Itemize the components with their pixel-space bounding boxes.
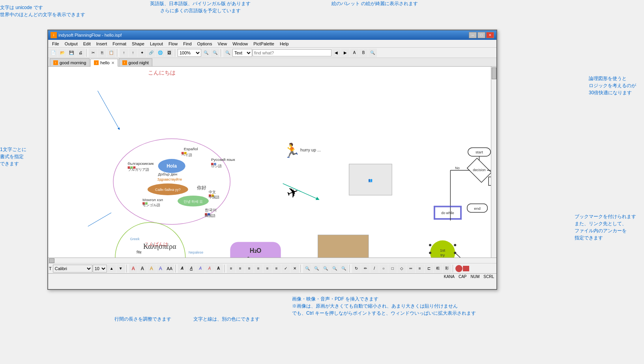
h-scrollbar[interactable]: [48, 258, 496, 263]
menu-flow[interactable]: Flow: [166, 41, 180, 47]
rotate-btn[interactable]: ↻: [352, 264, 361, 273]
svg-text:モンゴル語: モンゴル語: [142, 203, 160, 207]
tab-good-night[interactable]: i good night: [119, 58, 152, 66]
align-right[interactable]: ≡: [245, 264, 254, 273]
paste-button[interactable]: 📋: [107, 49, 116, 57]
color-rect[interactable]: [463, 266, 469, 271]
tab-close-hello[interactable]: ✕: [111, 61, 114, 65]
zoom-btn4[interactable]: 🔍: [330, 264, 339, 273]
svg-text:do while: do while: [441, 211, 454, 215]
indent3[interactable]: ≡: [272, 264, 281, 273]
italic-A3[interactable]: A: [196, 264, 205, 273]
italic-A1[interactable]: A: [178, 264, 187, 273]
link-btn[interactable]: 🔗: [147, 49, 155, 57]
svg-text:1st: 1st: [440, 248, 445, 252]
find-opt1[interactable]: A: [350, 49, 359, 57]
print-button[interactable]: 🖨: [76, 49, 85, 57]
menu-edit[interactable]: Edit: [81, 41, 93, 47]
open-button[interactable]: 📂: [58, 49, 67, 57]
svg-line-103: [88, 213, 111, 226]
size-down[interactable]: ▼: [116, 264, 125, 273]
bold-A4[interactable]: A: [156, 264, 165, 273]
menu-format[interactable]: Format: [110, 41, 129, 47]
svg-text:2¹⁰ = 1024: 2¹⁰ = 1024: [242, 256, 270, 258]
zoom-btn2[interactable]: 🔍: [312, 264, 321, 273]
align-center[interactable]: ≡: [236, 264, 245, 273]
size-up[interactable]: ▲: [107, 264, 116, 273]
bookmark-annotation: ブックマークを付けられます また、リンク先として、 ファイル内のアンカーを 指定…: [575, 213, 636, 241]
font-selector[interactable]: Calibri: [53, 265, 92, 273]
color-red[interactable]: [455, 265, 462, 272]
menu-pictpalette[interactable]: PictPalette: [251, 41, 277, 47]
indent1[interactable]: ≡: [254, 264, 263, 273]
arrow-btn1[interactable]: ↑: [120, 49, 128, 57]
diamond-btn[interactable]: ◇: [397, 264, 406, 273]
search-icon[interactable]: 🔍: [223, 49, 232, 57]
flow-btn[interactable]: ⊏: [425, 264, 433, 273]
save-button[interactable]: 💾: [67, 49, 76, 57]
menu-find[interactable]: Find: [181, 41, 194, 47]
mode-combo[interactable]: Text: [232, 49, 252, 57]
menu-insert[interactable]: Insert: [94, 41, 110, 47]
minimize-button[interactable]: ─: [469, 32, 477, 38]
btsep6: [453, 265, 454, 273]
check1[interactable]: ✓: [281, 264, 290, 273]
close-button[interactable]: ✕: [486, 32, 494, 38]
menu-view[interactable]: View: [215, 41, 230, 47]
find-prev[interactable]: ◀: [332, 49, 341, 57]
tline-btn[interactable]: ≡: [416, 264, 424, 273]
special-btn1[interactable]: 粗: [434, 264, 442, 273]
menu-window[interactable]: Window: [230, 41, 250, 47]
sep4: [221, 49, 222, 57]
canvas[interactable]: こんにちは Español ペイ語 Русский язык ロシ語 бълга…: [48, 67, 496, 258]
pen-btn[interactable]: ✏: [361, 264, 370, 273]
tab-good-morning[interactable]: i good morning: [50, 58, 90, 66]
find-opt3[interactable]: 🔍: [368, 49, 377, 57]
menu-shape[interactable]: Shape: [129, 41, 147, 47]
menu-output[interactable]: Output: [62, 41, 80, 47]
bold-A5[interactable]: AA: [165, 264, 174, 273]
special-btn2[interactable]: 彩: [443, 264, 451, 273]
bold-A1[interactable]: A: [129, 264, 138, 273]
menu-help[interactable]: Help: [277, 41, 291, 47]
copy-button[interactable]: ⎘: [98, 49, 107, 57]
find-input[interactable]: [253, 49, 331, 56]
italic-A2[interactable]: A: [187, 264, 196, 273]
arrow-btn2[interactable]: ↑: [129, 49, 137, 57]
italic-A5[interactable]: A: [214, 264, 223, 273]
star-btn[interactable]: ✦: [138, 49, 146, 57]
zoom-combo[interactable]: 100% 75% 150%: [178, 49, 201, 57]
rect-btn[interactable]: □: [388, 264, 397, 273]
svg-text:こんにちは: こんにちは: [148, 69, 176, 76]
zoom-btn1[interactable]: 🔍: [303, 264, 312, 273]
find-next[interactable]: ▶: [341, 49, 350, 57]
svg-text:decision: decision: [473, 168, 486, 172]
menu-file[interactable]: File: [50, 41, 62, 47]
size-selector[interactable]: 10: [93, 265, 107, 273]
img-btn[interactable]: 🖼: [165, 49, 174, 57]
globe-btn[interactable]: 🌐: [156, 49, 165, 57]
bold-A3[interactable]: A: [147, 264, 156, 273]
zoom-in[interactable]: 🔍: [202, 49, 210, 57]
tab-icon-2: i: [94, 60, 99, 65]
find-opt2[interactable]: B: [359, 49, 368, 57]
dline-btn[interactable]: ═: [406, 264, 415, 273]
menu-layout[interactable]: Layout: [148, 41, 165, 47]
tab-hello[interactable]: i hello ✕: [90, 59, 118, 67]
zoom-btn5[interactable]: 🔍: [339, 264, 348, 273]
zoom-btn3[interactable]: 🔍: [321, 264, 330, 273]
new-button[interactable]: 📄: [49, 49, 58, 57]
indent2[interactable]: ≡: [263, 264, 272, 273]
zoom-out[interactable]: 🔍: [211, 49, 219, 57]
menu-options[interactable]: Options: [195, 41, 215, 47]
v-scrollbar[interactable]: [491, 67, 496, 258]
circle-btn[interactable]: ○: [379, 264, 388, 273]
align-left[interactable]: ≡: [227, 264, 236, 273]
maximize-button[interactable]: □: [477, 32, 485, 38]
italic-A4[interactable]: A: [205, 264, 214, 273]
cross1[interactable]: ✕: [290, 264, 299, 273]
application-window: i indysoft PlanningFlow - hello.ispf ─ □…: [47, 30, 497, 290]
line-btn[interactable]: /: [370, 264, 379, 273]
cut-button[interactable]: ✂: [89, 49, 97, 57]
bold-A2[interactable]: A: [138, 264, 147, 273]
